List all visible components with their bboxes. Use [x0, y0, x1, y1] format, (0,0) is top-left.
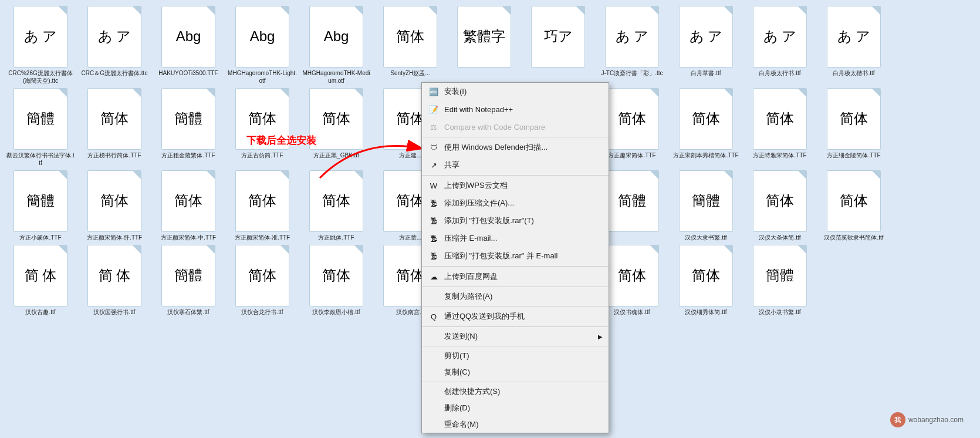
font-item[interactable]: あ アCRC＆G流麗太行書体.ttc [79, 6, 150, 85]
menu-item-install[interactable]: 🔤安装(I) [422, 83, 609, 100]
font-item[interactable]: 簡體汉仪小隶书繁.ttf [744, 245, 816, 316]
font-filename: CRC＆G流麗太行書体.ttc [82, 69, 148, 77]
font-filename: 白舟极太行书.ttf [759, 69, 800, 77]
font-item[interactable]: あ ア白舟草書.ttf [670, 6, 742, 85]
font-preview-text: 简体 [246, 265, 279, 287]
font-file-icon: 簡體 [13, 170, 67, 232]
font-item[interactable]: 簡體蔡云汉繁体行书书法字体.ttf [5, 88, 76, 167]
baidu-icon-icon: ☁ [428, 271, 440, 282]
menu-item-label: 使用 Windows Defender扫描... [444, 142, 603, 153]
menu-item-copy-path[interactable]: 复制为路径(A) [422, 288, 609, 305]
font-item[interactable]: 巧ア [522, 6, 594, 85]
font-item[interactable]: 簡體方正小篆体.TTF [5, 170, 76, 241]
share-icon-icon: ↗ [428, 159, 440, 171]
font-item[interactable]: 簡體方正粗金陵繁体.TTF [153, 88, 224, 167]
font-file-icon: 繁體字 [457, 6, 511, 68]
font-filename: 方正细金陵简体.TTF [827, 151, 880, 159]
font-preview-text: 简体 [394, 26, 427, 48]
menu-item-create-shortcut[interactable]: 创建快捷方式(S) [422, 383, 609, 400]
menu-item-label: 删除(D) [444, 403, 603, 413]
font-filename: 汉仪书魂体.ttf [614, 308, 650, 316]
font-item[interactable]: 简 体汉仪古趣.ttf [5, 245, 76, 316]
font-item[interactable]: 简体方正正黑_GBK.ttf [300, 88, 372, 167]
font-preview-text: 簡體 [24, 190, 57, 212]
menu-item-label: 添加到压缩文件(A)... [444, 198, 603, 208]
font-file-icon: 简体 [235, 245, 289, 306]
font-item[interactable]: 简 体汉仪国强行书.ttf [79, 245, 150, 316]
font-preview-text: Abg [174, 26, 204, 48]
menu-item-cut[interactable]: 剪切(T) [422, 348, 609, 364]
font-item[interactable]: 简体SentyZH赵孟... [374, 6, 446, 85]
font-item[interactable]: 简体汉仪细秀体简.ttf [670, 245, 742, 316]
font-preview-text: Abg [248, 26, 278, 48]
font-filename: 方正榜书行简体.TTF [87, 151, 141, 159]
font-icon-icon: 🔤 [428, 86, 440, 97]
font-item[interactable]: あ アJ-TC淡斎行書「彩」.ttc [596, 6, 668, 85]
font-filename: J-TC淡斎行書「彩」.ttc [601, 69, 663, 77]
font-item[interactable]: 简体汉仪范笑歌隶书简体.ttf [818, 170, 890, 241]
font-item[interactable]: 简体方正榜书行简体.TTF [79, 88, 150, 167]
font-item[interactable]: AbgMHGHagoromoTHK-Light.otf [227, 6, 298, 85]
font-item[interactable]: あ アCRC%26G流麗太行書体 (海闊天空).ttc [5, 6, 76, 85]
font-item[interactable]: あ ア白舟极太行书.ttf [744, 6, 816, 85]
menu-item-label: Edit with Notepad++ [444, 105, 603, 114]
font-filename: 方正粗金陵繁体.TTF [161, 151, 215, 159]
font-filename: 汉仪寒石体繁.ttf [167, 308, 209, 316]
font-item[interactable]: 简体方正古仿简.TTF [227, 88, 298, 167]
font-filename: SentyZH赵孟... [390, 69, 430, 77]
font-file-icon: 簡體 [161, 88, 215, 150]
menu-item-rename[interactable]: 重命名(M) [422, 416, 609, 433]
font-preview-text: あ ア [835, 26, 873, 48]
font-item[interactable]: 繁體字 [448, 6, 520, 85]
font-item[interactable]: あ ア白舟极太楷书.ttf [818, 6, 890, 85]
font-item[interactable]: 簡體汉仪大隶书繁.ttf [670, 170, 742, 241]
font-preview-text: 简体 [690, 265, 722, 287]
menu-item-qq-send[interactable]: Q通过QQ发送到我的手机 [422, 308, 609, 325]
font-item[interactable]: 簡體汉仪寒石体繁.ttf [153, 245, 224, 316]
menu-item-compress-rar[interactable]: 🗜添加到 "打包安装版.rar"(T) [422, 212, 609, 230]
compare-icon-icon: ⚖ [428, 121, 440, 133]
font-item[interactable]: 简体方正颜宋简体-纤.TTF [79, 170, 150, 241]
font-item[interactable]: AbgMHGHagoromoTHK-Medium.otf [300, 6, 372, 85]
menu-item-compress-email[interactable]: 🗜压缩并 E-mail... [422, 230, 609, 247]
menu-item-delete[interactable]: 删除(D) [422, 400, 609, 416]
menu-item-defender[interactable]: 🛡使用 Windows Defender扫描... [422, 139, 609, 156]
font-filename: HAKUYOOTi3500.TTF [158, 69, 218, 77]
font-file-icon: 简体 [309, 88, 363, 150]
font-filename: 汉仪小隶书繁.ttf [759, 308, 800, 316]
font-file-icon: 简体 [753, 88, 807, 150]
font-item[interactable]: 简体汉仪合龙行书.ttf [227, 245, 298, 316]
menu-item-wps-cloud[interactable]: W上传到WPS云文档 [422, 177, 609, 194]
font-file-icon: 简体 [87, 170, 141, 232]
menu-item-send-to[interactable]: 发送到(N)▶ [422, 328, 609, 345]
menu-item-baidu-disk[interactable]: ☁上传到百度网盘 [422, 268, 609, 285]
menu-item-edit-notepad[interactable]: 📝Edit with Notepad++ [422, 100, 609, 118]
font-filename: 汉仪大圣体简.ttf [759, 234, 800, 241]
font-preview-text: 简体 [98, 108, 131, 130]
font-item[interactable]: 简体方正细金陵简体.TTF [818, 88, 890, 167]
font-row: あ アCRC%26G流麗太行書体 (海闊天空).ttcあ アCRC＆G流麗太行書… [2, 5, 978, 86]
font-preview-text: 简体 [98, 190, 131, 212]
font-filename: 方正蕾... [399, 234, 421, 241]
menu-item-compress-a[interactable]: 🗜添加到压缩文件(A)... [422, 194, 609, 212]
font-item[interactable]: 简体汉仪李政恩小楷.ttf [300, 245, 372, 316]
font-preview-text: あ ア [22, 26, 60, 48]
font-filename: 汉仪大隶书繁.ttf [685, 234, 726, 241]
font-item[interactable]: AbgHAKUYOOTi3500.TTF [153, 6, 224, 85]
menu-item-copy[interactable]: 复制(C) [422, 364, 609, 380]
menu-separator [422, 175, 609, 176]
font-preview-text: Abg [322, 26, 352, 48]
menu-item-label: 共享 [444, 160, 603, 170]
font-item[interactable]: 简体汉仪大圣体简.ttf [744, 170, 816, 241]
font-item[interactable]: 简体方正宋刻本秀楷简体.TTF [670, 88, 742, 167]
font-item[interactable]: 简体方正姚体.TTF [300, 170, 372, 241]
font-item[interactable]: 简体方正颜宋简体-准.TTF [227, 170, 298, 241]
watermark-logo: 我 [890, 412, 905, 427]
font-preview-text: 简体 [837, 108, 870, 130]
font-item[interactable]: 简体方正特雅宋简体.TTF [744, 88, 816, 167]
font-item[interactable]: 简体方正颜宋简体-中.TTF [153, 170, 224, 241]
font-preview-text: 简体 [616, 265, 648, 287]
menu-item-compress-rar-email[interactable]: 🗜压缩到 "打包安装版.rar" 并 E-mail [422, 247, 609, 265]
font-preview-text: 简 体 [22, 265, 59, 287]
menu-item-share[interactable]: ↗共享 [422, 156, 609, 174]
